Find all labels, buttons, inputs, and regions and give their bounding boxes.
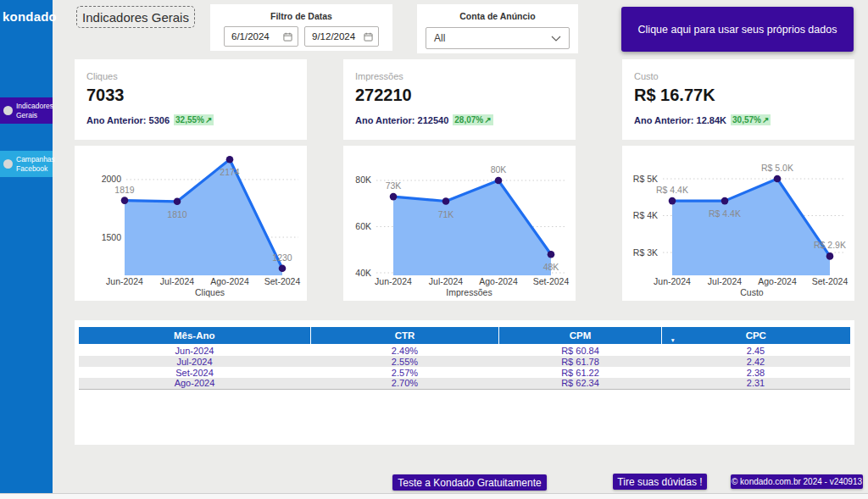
table-cell: 2.45 — [661, 345, 850, 356]
sidebar-item-label: Campanhas Facebook — [16, 155, 55, 172]
chevron-down-icon — [551, 36, 561, 42]
custo-area-chart[interactable]: R$ 5KR$ 4KR$ 3KR$ 4.4KR$ 4.4KR$ 5.0KR$ 2… — [622, 146, 854, 301]
svg-text:Cliques: Cliques — [195, 287, 225, 297]
page-title: Indicadores Gerais — [76, 6, 195, 28]
start-date-input[interactable]: 6/1/2024 — [224, 26, 298, 47]
sort-desc-icon: ▼ — [670, 338, 676, 344]
svg-text:Jul-2024: Jul-2024 — [429, 276, 463, 286]
svg-text:Ago-2024: Ago-2024 — [758, 276, 797, 286]
cliques-area-chart[interactable]: 200015001819181021741230Jun-2024Jul-2024… — [75, 146, 307, 301]
kpi-card-custo: Custo R$ 16.77K Ano Anterior: 12.84K30,5… — [622, 59, 854, 140]
sidebar-item-indicadores-gerais[interactable]: Indicadores Gerais — [0, 97, 53, 124]
svg-text:R$ 5.0K: R$ 5.0K — [761, 163, 793, 173]
kpi-value: 7033 — [86, 86, 307, 105]
svg-text:Jun-2024: Jun-2024 — [106, 276, 143, 286]
table-cell: 2.70% — [310, 378, 499, 389]
trend-up-icon: ↗ — [205, 115, 212, 125]
questions-button[interactable]: Tire suas dúvidas ! — [613, 474, 707, 490]
date-inputs: 6/1/2024 9/12/2024 — [210, 26, 392, 47]
kondado-logo: kondado — [0, 0, 53, 24]
kpi-label: Impressões — [355, 71, 576, 81]
table-cell: 2.38 — [661, 367, 850, 378]
radio-dot-icon — [3, 159, 13, 169]
free-trial-button[interactable]: Teste a Kondado Gratuitamente — [392, 474, 547, 491]
sidebar-item-label: Indicadores Gerais — [16, 102, 53, 119]
svg-text:40K: 40K — [355, 268, 371, 278]
account-filter-label: Conta de Anúncio — [417, 11, 578, 21]
radio-dot-icon — [3, 106, 13, 115]
kpi-value: 272210 — [355, 86, 576, 105]
svg-text:80K: 80K — [355, 175, 371, 185]
prev-label: Ano Anterior: — [355, 115, 415, 125]
cliques-chart-card: 200015001819181021741230Jun-2024Jul-2024… — [75, 146, 307, 301]
custo-chart-card: R$ 5KR$ 4KR$ 3KR$ 4.4KR$ 4.4KR$ 5.0KR$ 2… — [622, 146, 854, 301]
delta-value: 32,55% — [175, 115, 204, 125]
column-header-mes-ano[interactable]: Mês-Ano — [79, 327, 310, 345]
svg-text:73K: 73K — [386, 180, 402, 191]
svg-text:Set-2024: Set-2024 — [533, 276, 570, 286]
svg-text:1500: 1500 — [102, 232, 122, 242]
table-cell: R$ 60.84 — [499, 345, 661, 356]
column-header-ctr[interactable]: CTR — [310, 327, 499, 345]
table-row: Set-2024 2.57% R$ 61.22 2.38 — [79, 367, 850, 378]
kpi-value: R$ 16.77K — [634, 86, 854, 105]
svg-text:R$ 4K: R$ 4K — [633, 210, 658, 220]
svg-text:1230: 1230 — [272, 252, 292, 263]
table-row: Ago-2024 2.70% R$ 62.34 2.31 — [79, 378, 850, 389]
svg-text:2174: 2174 — [220, 167, 240, 177]
table-cell: R$ 62.34 — [499, 378, 661, 389]
start-date-value: 6/1/2024 — [231, 31, 270, 42]
svg-text:Set-2024: Set-2024 — [264, 276, 301, 286]
account-dropdown[interactable]: All — [426, 27, 570, 49]
svg-text:Set-2024: Set-2024 — [812, 276, 849, 286]
calendar-icon[interactable] — [283, 32, 292, 42]
svg-text:60K: 60K — [355, 221, 371, 231]
table-cell: 2.49% — [310, 345, 499, 356]
table-cell: Jun-2024 — [79, 345, 310, 356]
table-cell: 2.42 — [661, 356, 850, 367]
svg-text:R$ 3K: R$ 3K — [633, 247, 658, 258]
delta-badge: 32,55%↗ — [174, 114, 214, 125]
table-cell: Jul-2024 — [79, 356, 310, 367]
svg-text:Jun-2024: Jun-2024 — [375, 276, 412, 286]
date-filter-card: Filtro de Datas 6/1/2024 9/12/2024 — [210, 4, 392, 51]
table-cell: Ago-2024 — [79, 378, 310, 389]
prev-label: Ano Anterior: — [634, 115, 693, 125]
svg-text:48K: 48K — [543, 262, 559, 272]
table-cell: R$ 61.22 — [499, 367, 661, 378]
kpi-label: Custo — [634, 71, 854, 81]
trend-up-icon: ↗ — [484, 115, 491, 125]
table-cell: Set-2024 — [79, 367, 310, 378]
end-date-input[interactable]: 9/12/2024 — [304, 26, 379, 47]
table-cell: R$ 61.78 — [499, 356, 661, 367]
svg-text:R$ 5K: R$ 5K — [633, 174, 658, 184]
page-bottom-strip — [0, 493, 868, 499]
prev-value: 12.84K — [697, 115, 726, 125]
column-header-label: CPC — [746, 330, 766, 341]
delta-badge: 28,07%↗ — [453, 114, 492, 125]
date-filter-label: Filtro de Datas — [210, 11, 392, 21]
prev-label: Ano Anterior: — [86, 115, 146, 125]
svg-text:71K: 71K — [438, 209, 454, 219]
kpi-card-impressoes: Impressões 272210 Ano Anterior: 21254028… — [343, 59, 576, 140]
table-row: Jun-2024 2.49% R$ 60.84 2.45 — [79, 345, 850, 356]
impressoes-area-chart[interactable]: 80K60K40K73K71K80K48KJun-2024Jul-2024Ago… — [343, 146, 576, 301]
delta-badge: 30,57%↗ — [731, 114, 771, 125]
svg-text:80K: 80K — [491, 164, 507, 175]
svg-text:1819: 1819 — [114, 185, 135, 195]
column-header-cpc[interactable]: CPC▼ — [661, 327, 850, 345]
table-header-row: Mês-Ano CTR CPM CPC▼ — [79, 327, 850, 345]
svg-text:R$ 2.9K: R$ 2.9K — [814, 240, 846, 250]
column-header-cpm[interactable]: CPM — [499, 327, 661, 345]
svg-text:Impressões: Impressões — [446, 287, 492, 297]
sidebar-item-campanhas-facebook[interactable]: Campanhas Facebook — [0, 151, 53, 177]
copyright-badge: © kondado.com.br 2024 - v240913 — [731, 474, 863, 489]
kpi-previous-year: Ano Anterior: 12.84K30,57%↗ — [634, 114, 854, 125]
svg-text:Custo: Custo — [740, 287, 764, 297]
metrics-table: Mês-Ano CTR CPM CPC▼ Jun-2024 2.49% R$ 6… — [79, 327, 850, 390]
calendar-icon[interactable] — [364, 32, 373, 42]
svg-text:Jul-2024: Jul-2024 — [160, 276, 194, 286]
table-cell: 2.31 — [661, 378, 850, 389]
use-own-data-button[interactable]: Clique aqui para usar seus próprios dado… — [621, 7, 854, 52]
prev-value: 212540 — [418, 115, 449, 125]
